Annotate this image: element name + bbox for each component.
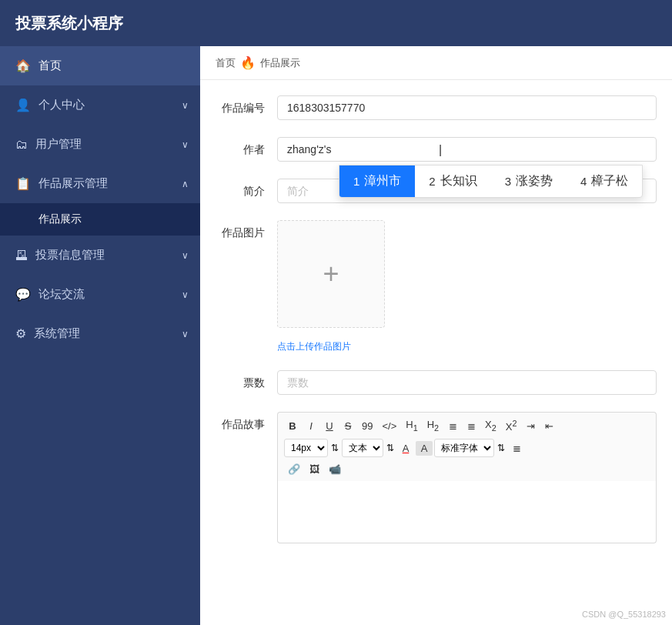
- toolbar-row-1: B I U S 99 </> H1 H2 ≣ ≣ X2 X2 ⇥: [284, 417, 650, 434]
- gear-icon: ⚙: [15, 326, 26, 341]
- autocomplete-dropdown: 1 漳州市 2 长知识 3 涨姿势 4 樟子松: [339, 165, 643, 198]
- person-icon: 👤: [15, 98, 31, 112]
- subitem-label-work-display: 作品展示: [38, 212, 82, 225]
- breadcrumb-current: 作品展示: [260, 56, 300, 70]
- sidebar-label-vote-mgmt: 投票信息管理: [35, 248, 105, 262]
- sidebar-item-profile[interactable]: 👤 个人中心 ∨: [0, 85, 200, 125]
- label-work-id: 作品编号: [216, 95, 277, 115]
- label-story: 作品故事: [216, 412, 277, 432]
- toolbar-quote[interactable]: 99: [358, 419, 376, 433]
- sidebar-item-user-mgmt[interactable]: 🗂 用户管理 ∨: [0, 125, 200, 164]
- chevron-up-icon: ∧: [182, 179, 189, 189]
- sidebar-submenu-work: 作品展示: [0, 203, 200, 236]
- toolbar-image-insert[interactable]: 🖼: [306, 462, 323, 476]
- form-row-author: 作者 1 漳州市 2 长知识 3: [216, 137, 657, 162]
- toolbar-h2[interactable]: H2: [423, 417, 443, 434]
- toolbar-row-3: 🔗 🖼 📹: [284, 462, 650, 476]
- ballot-icon: 🗳: [15, 249, 28, 262]
- form-row-story: 作品故事 B I U S 99 </> H1 H2 ≣: [216, 412, 657, 546]
- sidebar-label-home: 首页: [38, 58, 62, 73]
- folder-icon: 🗂: [15, 138, 28, 152]
- image-upload-button[interactable]: +: [277, 220, 385, 328]
- label-votes: 票数: [216, 370, 277, 390]
- toolbar-fontfamily-select[interactable]: 标准字体: [434, 439, 494, 457]
- autocomplete-text-4: 樟子松: [591, 173, 628, 189]
- main-content: 首页 🔥 作品展示 作品编号 作者 1 漳州市: [200, 46, 672, 625]
- toolbar-strikethrough[interactable]: S: [339, 419, 356, 433]
- toolbar-underline[interactable]: U: [321, 419, 338, 433]
- chat-icon: 💬: [15, 287, 31, 302]
- watermark: CSDN @Q_55318293: [582, 610, 666, 619]
- sidebar-item-sys-mgmt[interactable]: ⚙ 系统管理 ∨: [0, 314, 200, 353]
- toolbar-video-insert[interactable]: 📹: [325, 462, 345, 476]
- sidebar: 🏠 首页 👤 个人中心 ∨ 🗂 用户管理 ∨ 📋 作品展示管理 ∧ 作品展示 🗳…: [0, 46, 200, 625]
- sidebar-item-forum[interactable]: 💬 论坛交流 ∨: [0, 275, 200, 314]
- breadcrumb-home[interactable]: 首页: [216, 56, 236, 70]
- toolbar-bold[interactable]: B: [284, 419, 301, 433]
- toolbar-link[interactable]: 🔗: [284, 462, 304, 476]
- autocomplete-item-2[interactable]: 2 长知识: [415, 165, 490, 197]
- label-author: 作者: [216, 137, 277, 157]
- autocomplete-item-3[interactable]: 3 涨姿势: [491, 165, 567, 197]
- autocomplete-num-1: 1: [353, 175, 359, 188]
- clipboard-icon: 📋: [15, 176, 31, 191]
- input-author[interactable]: [277, 137, 657, 162]
- toolbar-sup[interactable]: X2: [502, 417, 521, 434]
- toolbar-align[interactable]: ≣: [508, 441, 525, 456]
- form-row-work-id: 作品编号: [216, 95, 657, 120]
- fire-icon: 🔥: [240, 55, 256, 70]
- toolbar-ol[interactable]: ≣: [444, 419, 461, 433]
- autocomplete-num-4: 4: [580, 175, 587, 188]
- app-title: 投票系统小程序: [15, 13, 123, 34]
- sidebar-subitem-work-display[interactable]: 作品展示: [0, 203, 200, 236]
- form-row-image: 作品图片 + 点击上传作品图片: [216, 220, 657, 353]
- toolbar-outdent[interactable]: ⇤: [541, 419, 558, 433]
- breadcrumb: 首页 🔥 作品展示: [200, 46, 672, 80]
- input-votes[interactable]: [277, 370, 657, 395]
- sidebar-item-work-mgmt[interactable]: 📋 作品展示管理 ∧: [0, 164, 200, 203]
- chevron-down-icon-4: ∨: [182, 289, 189, 300]
- toolbar-fontbg[interactable]: A: [416, 441, 433, 456]
- plus-icon: +: [323, 260, 339, 288]
- sidebar-item-vote-mgmt[interactable]: 🗳 投票信息管理 ∨: [0, 236, 200, 275]
- toolbar-ul[interactable]: ≣: [463, 419, 480, 433]
- sidebar-label-profile: 个人中心: [38, 98, 85, 112]
- toolbar-italic[interactable]: I: [303, 419, 319, 433]
- autocomplete-num-3: 3: [505, 175, 511, 188]
- label-intro: 简介: [216, 179, 277, 199]
- header: 投票系统小程序: [0, 0, 672, 46]
- toolbar-fontfamily-arrows: ⇅: [497, 443, 505, 453]
- chevron-down-icon-3: ∨: [182, 250, 189, 261]
- toolbar-indent[interactable]: ⇥: [523, 419, 540, 433]
- chevron-down-icon-5: ∨: [182, 329, 189, 339]
- toolbar-fontsize-arrows: ⇅: [331, 443, 339, 453]
- upload-hint-text: 点击上传作品图片: [277, 340, 385, 353]
- autocomplete-item-4[interactable]: 4 樟子松: [567, 165, 642, 197]
- author-input-wrapper: 1 漳州市 2 长知识 3 涨姿势 4 樟子松: [277, 137, 657, 162]
- toolbar-fontsize-select[interactable]: 14px: [284, 439, 328, 457]
- sidebar-item-home[interactable]: 🏠 首页: [0, 46, 200, 85]
- image-upload-container: + 点击上传作品图片: [277, 220, 385, 353]
- body-layout: 🏠 首页 👤 个人中心 ∨ 🗂 用户管理 ∨ 📋 作品展示管理 ∧ 作品展示 🗳…: [0, 46, 672, 625]
- home-icon: 🏠: [15, 58, 31, 73]
- chevron-down-icon: ∨: [182, 100, 189, 111]
- input-work-id[interactable]: [277, 95, 657, 120]
- sidebar-label-sys-mgmt: 系统管理: [34, 326, 80, 341]
- autocomplete-item-1[interactable]: 1 漳州市: [339, 165, 415, 197]
- toolbar-h1[interactable]: H1: [402, 417, 421, 434]
- toolbar-row-2: 14px ⇅ 文本 ⇅ A A 标准字体 ⇅: [284, 439, 650, 457]
- sidebar-label-work-mgmt: 作品展示管理: [38, 176, 108, 191]
- rich-toolbar: B I U S 99 </> H1 H2 ≣ ≣ X2 X2 ⇥: [277, 412, 657, 481]
- form-row-votes: 票数: [216, 370, 657, 395]
- cursor-indicator: |: [439, 143, 442, 157]
- rich-textarea[interactable]: [277, 481, 657, 543]
- toolbar-code[interactable]: </>: [378, 419, 400, 433]
- chevron-down-icon-2: ∨: [182, 139, 189, 150]
- toolbar-sub[interactable]: X2: [481, 417, 500, 434]
- toolbar-fonttype-arrows: ⇅: [386, 443, 394, 453]
- toolbar-fonttype-select[interactable]: 文本: [342, 439, 383, 457]
- autocomplete-num-2: 2: [429, 175, 435, 188]
- toolbar-fontcolor[interactable]: A: [397, 441, 414, 456]
- sidebar-label-user-mgmt: 用户管理: [35, 137, 82, 152]
- autocomplete-text-2: 长知识: [440, 173, 477, 189]
